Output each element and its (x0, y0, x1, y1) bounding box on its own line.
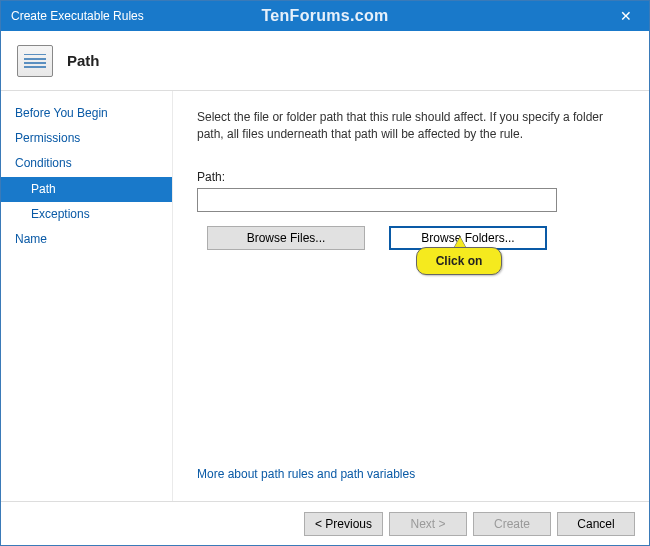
annotation-callout: Click on (416, 247, 502, 277)
sidebar-item-conditions[interactable]: Conditions (1, 151, 172, 176)
content-pane: Select the file or folder path that this… (173, 91, 649, 501)
page-title: Path (67, 52, 100, 69)
instruction-text: Select the file or folder path that this… (197, 109, 625, 144)
close-button[interactable]: ✕ (603, 1, 649, 31)
sidebar-item-path[interactable]: Path (1, 177, 172, 202)
sidebar-item-before-you-begin[interactable]: Before You Begin (1, 101, 172, 126)
titlebar: Create Executable Rules TenForums.com ✕ (1, 1, 649, 31)
browse-files-button[interactable]: Browse Files... (207, 226, 365, 250)
path-input[interactable] (197, 188, 557, 212)
wizard-sidebar: Before You Begin Permissions Conditions … (1, 91, 173, 501)
cancel-button[interactable]: Cancel (557, 512, 635, 536)
dialog-body: Before You Begin Permissions Conditions … (1, 91, 649, 501)
browse-button-row: Browse Files... Browse Folders... (197, 226, 625, 250)
sidebar-item-exceptions[interactable]: Exceptions (1, 202, 172, 227)
window-title: Create Executable Rules (11, 9, 144, 23)
sidebar-item-name[interactable]: Name (1, 227, 172, 252)
path-label: Path: (197, 170, 625, 184)
dialog-window: Create Executable Rules TenForums.com ✕ … (0, 0, 650, 546)
previous-button[interactable]: < Previous (304, 512, 383, 536)
more-info-link[interactable]: More about path rules and path variables (197, 467, 625, 489)
dialog-footer: < Previous Next > Create Cancel (1, 501, 649, 545)
page-header: Path (1, 31, 649, 91)
page-icon (17, 45, 53, 77)
watermark-text: TenForums.com (261, 7, 388, 25)
close-icon: ✕ (620, 8, 632, 24)
callout-bubble: Click on (416, 247, 502, 275)
next-button[interactable]: Next > (389, 512, 467, 536)
create-button[interactable]: Create (473, 512, 551, 536)
sidebar-item-permissions[interactable]: Permissions (1, 126, 172, 151)
